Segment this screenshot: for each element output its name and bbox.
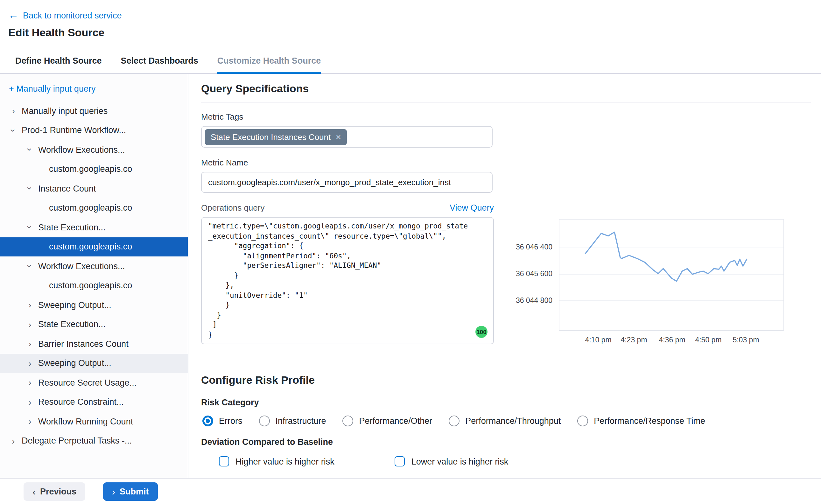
metric-name-label: Metric Name [201, 158, 811, 167]
tree-item-manually-input-queries[interactable]: ›Manually input queries [0, 101, 188, 121]
tree-item-state-execution-2[interactable]: ›State Execution... [0, 315, 188, 334]
x-axis-tick-1: 4:10 pm [585, 336, 611, 344]
view-query-link[interactable]: View Query [450, 203, 494, 213]
chevron-right-icon: › [9, 106, 18, 116]
risk-category-options: Errors Infrastructure Performance/Other … [202, 416, 811, 426]
records-count-badge: 100 [475, 326, 488, 338]
chevron-down-icon: › [8, 126, 18, 135]
risk-option-errors[interactable]: Errors [202, 416, 242, 426]
metric-tag-chip: State Execution Instances Count × [205, 129, 347, 145]
tree-item-sweeping-output-1[interactable]: ›Sweeping Output... [0, 295, 188, 315]
radio-selected-icon[interactable] [202, 416, 213, 426]
tree-item-metric-1[interactable]: custom.googleapis.co [0, 159, 188, 179]
higher-value-higher-risk-option[interactable]: Higher value is higher risk [219, 456, 334, 466]
tree-item-barrier-instances-count[interactable]: ›Barrier Instances Count [0, 334, 188, 353]
tree-item-sweeping-output-2[interactable]: ›Sweeping Output... [0, 353, 188, 373]
operations-query-editor[interactable]: "metric.type=\"custom.googleapis.com/use… [201, 217, 494, 344]
radio-unselected-icon[interactable] [449, 416, 460, 426]
tree-item-metric-2[interactable]: custom.googleapis.co [0, 198, 188, 218]
metric-preview-chart: 36 046 400 36 045 600 36 044 800 4:10 pm… [509, 219, 787, 349]
tree-item-workflow-executions-2[interactable]: ›Workflow Executions... [0, 256, 188, 276]
section-divider [201, 102, 811, 102]
risk-option-label: Performance/Other [359, 416, 432, 426]
x-axis-tick-5: 5:03 pm [733, 336, 759, 344]
checkbox-label: Higher value is higher risk [235, 457, 334, 466]
section-title-query-specifications: Query Specifications [201, 83, 811, 95]
tree-item-workflow-running-count[interactable]: ›Workflow Running Count [0, 412, 188, 431]
lower-value-higher-risk-option[interactable]: Lower value is higher risk [395, 456, 509, 466]
back-to-monitored-service-link[interactable]: Back to monitored service [23, 11, 122, 20]
operations-query-column: Operations query View Query "metric.type… [201, 203, 494, 344]
chevron-right-icon: › [25, 358, 34, 368]
page-body: + Manually input query ›Manually input q… [0, 74, 821, 478]
remove-tag-icon[interactable]: × [336, 132, 341, 141]
submit-button[interactable]: › Submit [103, 482, 158, 501]
operations-query-label: Operations query [201, 203, 264, 213]
previous-button-label: Previous [40, 487, 76, 496]
back-arrow-icon[interactable]: ← [8, 10, 18, 20]
wizard-tabs: Define Health Source Select Dashboards C… [0, 48, 821, 74]
risk-option-label: Infrastructure [276, 416, 326, 426]
x-axis-tick-3: 4:36 pm [659, 336, 685, 344]
tree-item-metric-4[interactable]: custom.googleapis.co [0, 276, 188, 295]
tree-item-state-execution-1[interactable]: ›State Execution... [0, 218, 188, 237]
tree-item-resource-constraint[interactable]: ›Resource Constraint... [0, 392, 188, 412]
chevron-right-icon: › [25, 319, 34, 330]
chevron-left-icon: ‹ [32, 487, 36, 496]
risk-option-performance-throughput[interactable]: Performance/Throughput [449, 416, 561, 426]
radio-unselected-icon[interactable] [343, 416, 354, 426]
tab-define-health-source[interactable]: Define Health Source [15, 48, 102, 73]
tree-item-workflow-executions-1[interactable]: ›Workflow Executions... [0, 140, 188, 159]
tab-customize-health-source[interactable]: Customize Health Source [217, 48, 321, 73]
query-tree: ›Manually input queries ›Prod-1 Runtime … [0, 101, 188, 451]
y-axis-tick-1: 36 046 400 [509, 243, 552, 251]
tree-item-metric-3-selected[interactable]: custom.googleapis.co [0, 237, 188, 256]
chevron-right-icon: › [25, 417, 34, 427]
chevron-right-icon: › [25, 378, 34, 388]
checkbox-unchecked-icon[interactable] [219, 456, 229, 466]
checkbox-label: Lower value is higher risk [411, 457, 509, 466]
tab-select-dashboards[interactable]: Select Dashboards [121, 48, 198, 73]
tree-item-resource-secret-usage[interactable]: ›Resource Secret Usage... [0, 373, 188, 392]
tree-item-prod-1-runtime-workflow[interactable]: ›Prod-1 Runtime Workflow... [0, 121, 188, 140]
deviation-baseline-label: Deviation Compared to Baseline [201, 437, 811, 447]
risk-option-infrastructure[interactable]: Infrastructure [259, 416, 326, 426]
submit-button-label: Submit [120, 487, 149, 496]
chevron-right-icon: › [9, 436, 18, 446]
chart-line-series [586, 232, 747, 281]
operations-query-row: Operations query View Query "metric.type… [201, 203, 811, 349]
query-specifications-panel: Query Specifications Metric Tags State E… [188, 74, 821, 478]
section-title-configure-risk-profile: Configure Risk Profile [201, 374, 811, 387]
chart-plot-area [559, 219, 784, 331]
y-axis-tick-3: 36 044 800 [509, 297, 552, 304]
risk-option-label: Performance/Throughput [465, 416, 561, 426]
chevron-right-icon: › [25, 300, 34, 310]
chevron-down-icon: › [25, 184, 35, 193]
risk-category-label: Risk Category [201, 398, 811, 407]
operations-query-text: "metric.type=\"custom.googleapis.com/use… [208, 221, 487, 340]
chevron-right-icon: › [25, 339, 34, 349]
query-tree-sidebar: + Manually input query ›Manually input q… [0, 74, 188, 478]
chart-svg [559, 220, 783, 330]
page-header: ← Back to monitored service Edit Health … [0, 0, 821, 42]
checkbox-unchecked-icon[interactable] [395, 456, 405, 466]
previous-button[interactable]: ‹ Previous [24, 482, 85, 501]
chevron-down-icon: › [25, 145, 35, 154]
risk-option-performance-response-time[interactable]: Performance/Response Time [577, 416, 705, 426]
y-axis-tick-2: 36 045 600 [509, 270, 552, 277]
tree-item-instance-count[interactable]: ›Instance Count [0, 179, 188, 198]
chevron-down-icon: › [25, 223, 35, 232]
chevron-right-icon: › [25, 397, 34, 407]
deviation-options: Higher value is higher risk Lower value … [219, 456, 811, 466]
manually-input-query-button[interactable]: + Manually input query [0, 80, 188, 101]
risk-option-performance-other[interactable]: Performance/Other [343, 416, 432, 426]
metric-name-input[interactable] [201, 172, 493, 193]
metric-tags-input[interactable]: State Execution Instances Count × [201, 126, 493, 148]
radio-unselected-icon[interactable] [259, 416, 270, 426]
page-title: Edit Health Source [8, 27, 821, 42]
back-navigation: ← Back to monitored service [8, 8, 821, 23]
tree-item-delegate-perpetual-tasks[interactable]: ›Delegate Perpetual Tasks -... [0, 431, 188, 451]
risk-option-label: Performance/Response Time [594, 416, 705, 426]
x-axis-tick-2: 4:23 pm [621, 336, 647, 344]
radio-unselected-icon[interactable] [577, 416, 588, 426]
